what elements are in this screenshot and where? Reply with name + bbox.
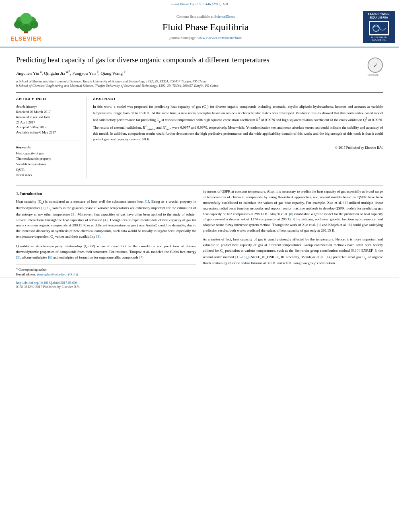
ref-9-10-link[interactable]: [9,10] bbox=[351, 249, 360, 253]
ref-5-link[interactable]: [5] bbox=[16, 255, 21, 259]
elsevier-logo: ELSEVIER bbox=[10, 12, 41, 42]
copyright-line: © 2017 Published by Elsevier B.V. bbox=[93, 146, 383, 150]
accepted-date: Accepted 5 May 2017 bbox=[16, 125, 81, 130]
received-revised-date: 28 April 2017 bbox=[16, 120, 81, 125]
keywords-list: Heat capacity of gas Thermodynamic prope… bbox=[16, 151, 81, 178]
email-link[interactable]: jiaqingzhu@tust.edu.cn (Q. Jia). bbox=[37, 273, 79, 276]
crossmark-badge: ✓ CrossMark bbox=[368, 58, 383, 76]
svg-point-5 bbox=[14, 21, 22, 29]
left-column: 1. Introduction Heat capacity (Cp) is co… bbox=[16, 189, 196, 277]
journal-logo-box: FLUID PHASEEQUILIBRIA FLUID PHASEEQUILIB… bbox=[363, 11, 395, 43]
affiliations: a School of Marine and Environmental Sci… bbox=[16, 79, 383, 89]
sciencedirect-anchor[interactable]: ScienceDirect bbox=[214, 14, 234, 18]
author-qingzhu: Qingzhu Jia a,* bbox=[44, 71, 70, 76]
keyword-3: Variable temperatures bbox=[16, 162, 81, 167]
ref-3-link[interactable]: [3] bbox=[71, 212, 76, 216]
paper-content: ✓ CrossMark Predicting heat capacity of … bbox=[0, 47, 399, 182]
ref-7-link[interactable]: [7] bbox=[139, 255, 144, 259]
elsevier-tree-icon bbox=[12, 12, 40, 35]
ref-1d-link[interactable]: [1] bbox=[317, 223, 321, 227]
elsevier-label: ELSEVIER bbox=[10, 35, 41, 42]
ref-1-link[interactable]: [1] bbox=[145, 199, 149, 203]
logo-graphic-icon bbox=[370, 22, 388, 34]
journal-title-area: Contents lists available at ScienceDirec… bbox=[52, 7, 359, 47]
affiliation-b: b School of Chemical Engineering and Mat… bbox=[16, 84, 383, 88]
svg-point-4 bbox=[21, 13, 32, 24]
email-note: E-mail address: jiaqingzhu@tust.edu.cn (… bbox=[16, 272, 196, 277]
article-history: Article history: Received 20 March 2017 … bbox=[16, 104, 81, 135]
abstract-text: In this work, a model was proposed for p… bbox=[93, 104, 383, 142]
affiliation-a: a School of Marine and Environmental Sci… bbox=[16, 79, 383, 84]
issn-line: 0378-3812/© 2017 Published by Elsevier B… bbox=[16, 285, 383, 289]
article-info-section: ARTICLE INFO Article history: Received 2… bbox=[16, 97, 86, 178]
online-date: Available online 6 May 2017 bbox=[16, 130, 81, 135]
svg-point-6 bbox=[30, 21, 38, 29]
right-para-2: As a matter of fact, heat capacity of ga… bbox=[203, 237, 383, 266]
ref-4-link[interactable]: [4] bbox=[103, 218, 108, 222]
info-divider bbox=[16, 140, 81, 140]
ref-6-link[interactable]: [6] bbox=[48, 255, 52, 259]
author-jingchen: Jingchen Yin a bbox=[16, 71, 42, 76]
sciencedirect-link: Contents lists available at ScienceDirec… bbox=[177, 14, 235, 18]
ref-8b-link[interactable]: [8] bbox=[348, 223, 352, 227]
logo-subtitle: FLUID PHASEEQUILIBRIA bbox=[371, 36, 387, 41]
footer-area: http://dx.doi.org/10.1016/j.fluid.2017.0… bbox=[0, 277, 399, 290]
paper-title: Predicting heat capacity of gas for dive… bbox=[16, 55, 383, 65]
received-date: Received 20 March 2017 bbox=[16, 109, 81, 115]
logo-image bbox=[369, 21, 389, 35]
crossmark-label: CrossMark bbox=[368, 74, 383, 76]
abstract-section: ABSTRACT In this work, a model was propo… bbox=[93, 97, 383, 178]
keywords-section: Keywords: Heat capacity of gas Thermodyn… bbox=[16, 145, 81, 178]
intro-paragraph-1: Heat capacity (Cp) is considered as a me… bbox=[16, 199, 196, 240]
doi-link[interactable]: http://dx.doi.org/10.1016/j.fluid.2017.0… bbox=[16, 281, 78, 285]
journal-logo-area: FLUID PHASEEQUILIBRIA FLUID PHASEEQUILIB… bbox=[359, 7, 399, 47]
right-column: by means of QSPR at constant temperature… bbox=[203, 189, 383, 277]
ref-11-13-link[interactable]: [11–13] bbox=[235, 255, 247, 259]
article-body: ARTICLE INFO Article history: Received 2… bbox=[16, 92, 383, 178]
elsevier-logo-area: ELSEVIER bbox=[0, 7, 52, 47]
authors-line: Jingchen Yin a, Qingzhu Jia a,*, Fangyou… bbox=[16, 70, 383, 76]
intro-heading: 1. Introduction bbox=[16, 191, 196, 197]
main-body: 1. Introduction Heat capacity (Cp) is co… bbox=[0, 189, 399, 277]
ref-14-link[interactable]: [14] bbox=[325, 255, 331, 259]
journal-reference-bar: Fluid Phase Equilibria 446 (2017) 1–8 bbox=[0, 0, 399, 7]
keyword-1: Heat capacity of gas bbox=[16, 151, 81, 156]
journal-header: ELSEVIER Contents lists available at Sci… bbox=[0, 7, 399, 47]
keyword-2: Thermodynamic property bbox=[16, 156, 81, 162]
ref-1b-link[interactable]: [1] bbox=[96, 234, 101, 238]
footnote-area: * Corresponding author. E-mail address: … bbox=[16, 265, 196, 277]
author-qiang: Qiang Wang b bbox=[101, 71, 125, 76]
received-revised-label: Received in revised form bbox=[16, 115, 81, 120]
right-para-1: by means of QSPR at constant temperature… bbox=[203, 189, 383, 234]
journal-name: Fluid Phase Equilibria bbox=[162, 22, 249, 33]
ref-8-link[interactable]: [8] bbox=[289, 212, 294, 216]
abstract-heading: ABSTRACT bbox=[93, 97, 383, 101]
crossmark-icon: ✓ bbox=[368, 58, 383, 73]
doi-link-area: http://dx.doi.org/10.1016/j.fluid.2017.0… bbox=[16, 281, 383, 285]
ref-2-link[interactable]: [2] bbox=[41, 206, 46, 210]
corresponding-author-note: * Corresponding author. bbox=[16, 267, 196, 272]
logo-title: FLUID PHASEEQUILIBRIA bbox=[368, 12, 389, 20]
keyword-4: QSPR bbox=[16, 167, 81, 173]
keyword-5: Norm index bbox=[16, 173, 81, 178]
email-label: E-mail address: bbox=[16, 273, 36, 276]
keywords-label: Keywords: bbox=[16, 145, 81, 149]
ref-1c-link[interactable]: [1] bbox=[343, 201, 348, 205]
history-label: Article history: bbox=[16, 104, 81, 109]
journal-ref-text: Fluid Phase Equilibria 446 (2017) 1–8 bbox=[171, 2, 228, 6]
homepage-link: journal homepage: www.elsevier.com/locat… bbox=[169, 36, 241, 40]
intro-paragraph-2: Quantitative structure–property relation… bbox=[16, 244, 196, 261]
article-info-heading: ARTICLE INFO bbox=[16, 97, 81, 101]
homepage-anchor[interactable]: www.elsevier.com/locate/fluid bbox=[197, 36, 242, 40]
author-fangyou: Fangyou Yan b bbox=[72, 71, 99, 76]
